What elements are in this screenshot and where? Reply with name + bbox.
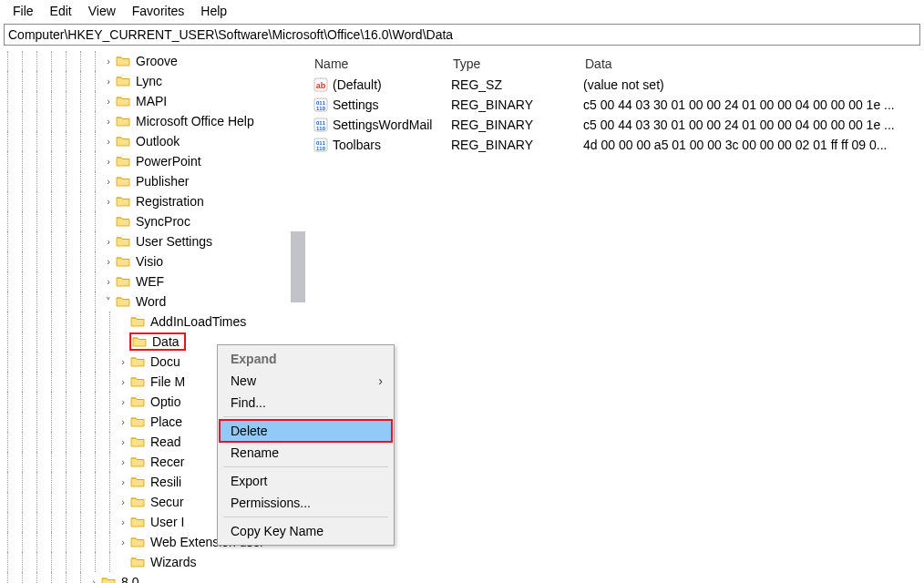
folder-icon xyxy=(129,394,146,409)
tree-item-label: WEF xyxy=(133,274,167,289)
value-type: REG_BINARY xyxy=(451,138,583,152)
col-name[interactable]: Name xyxy=(309,53,447,75)
value-row[interactable]: 011110SettingsREG_BINARYc5 00 44 03 30 0… xyxy=(309,95,924,115)
chevron-right-icon[interactable]: › xyxy=(102,276,115,287)
folder-icon xyxy=(131,334,148,349)
chevron-right-icon[interactable]: › xyxy=(117,396,129,407)
tree-item-label: Place xyxy=(148,414,185,429)
selected-tree-item[interactable]: Data xyxy=(129,332,186,351)
chevron-right-icon[interactable]: › xyxy=(102,156,115,167)
value-name: (Default) xyxy=(333,77,451,92)
folder-icon xyxy=(115,294,131,309)
separator xyxy=(223,416,388,417)
reg-binary-icon: 011110 xyxy=(313,117,329,133)
chevron-right-icon[interactable]: › xyxy=(117,476,129,487)
tree-item-mapi[interactable]: ›MAPI xyxy=(0,91,305,111)
chevron-right-icon[interactable]: › xyxy=(117,517,129,527)
chevron-right-icon[interactable]: › xyxy=(102,136,115,147)
tree-item-word[interactable]: ˅Word xyxy=(0,292,305,312)
tree-item-wef[interactable]: ›WEF xyxy=(0,271,305,292)
col-data[interactable]: Data xyxy=(580,53,924,75)
value-name: Settings xyxy=(333,97,451,112)
address-text: Computer\HKEY_CURRENT_USER\Software\Micr… xyxy=(8,27,453,42)
tree-item-powerpoint[interactable]: ›PowerPoint xyxy=(0,151,305,171)
chevron-right-icon[interactable]: › xyxy=(117,416,129,427)
svg-text:110: 110 xyxy=(316,126,326,131)
tree-item-registration[interactable]: ›Registration xyxy=(0,191,305,211)
reg-binary-icon: 011110 xyxy=(313,137,329,153)
svg-text:110: 110 xyxy=(316,106,326,111)
ctx-find[interactable]: Find... xyxy=(220,392,392,414)
folder-icon xyxy=(129,435,146,449)
tree-item-publisher[interactable]: ›Publisher xyxy=(0,171,305,191)
value-row[interactable]: ab(Default)REG_SZ(value not set) xyxy=(309,75,924,95)
folder-icon xyxy=(115,234,131,249)
chevron-right-icon[interactable]: › xyxy=(117,537,129,547)
chevron-right-icon[interactable]: › xyxy=(117,376,129,387)
chevron-right-icon[interactable]: › xyxy=(102,176,115,187)
chevron-right-icon[interactable]: › xyxy=(102,76,115,87)
chevron-right-icon[interactable]: › xyxy=(102,196,115,207)
ctx-rename[interactable]: Rename xyxy=(220,442,392,464)
ctx-expand: Expand xyxy=(220,348,392,370)
tree-item-user-settings[interactable]: ›User Settings xyxy=(0,231,305,251)
menu-help[interactable]: Help xyxy=(193,2,234,20)
chevron-right-icon[interactable]: › xyxy=(102,116,115,127)
tree-item-lync[interactable]: ›Lync xyxy=(0,71,305,91)
scroll-thumb[interactable] xyxy=(291,231,305,302)
value-row[interactable]: 011110SettingsWordMailREG_BINARYc5 00 44… xyxy=(309,115,924,135)
value-type: REG_BINARY xyxy=(451,118,583,132)
chevron-right-icon[interactable]: › xyxy=(117,496,129,507)
tree-item-wizards[interactable]: Wizards xyxy=(0,552,305,572)
chevron-right-icon[interactable]: › xyxy=(117,456,129,467)
tree-item-label: Microsoft Office Help xyxy=(133,114,257,128)
svg-text:110: 110 xyxy=(316,146,326,151)
tree-item-syncproc[interactable]: SyncProc xyxy=(0,211,305,231)
folder-icon xyxy=(129,495,146,509)
chevron-right-icon[interactable]: › xyxy=(102,236,115,247)
ctx-new[interactable]: New xyxy=(220,370,392,392)
value-name: SettingsWordMail xyxy=(333,118,451,132)
tree-item-addinloadtimes[interactable]: AddInLoadTimes xyxy=(0,312,305,332)
list-pane[interactable]: Name Type Data ab(Default)REG_SZ(value n… xyxy=(309,49,924,583)
folder-icon xyxy=(115,274,131,289)
ctx-copy-key[interactable]: Copy Key Name xyxy=(220,520,392,542)
tree-item-microsoft-office-help[interactable]: ›Microsoft Office Help xyxy=(0,111,305,131)
tree-item-label: Publisher xyxy=(133,174,191,189)
folder-icon xyxy=(115,254,131,269)
tree-item-visio[interactable]: ›Visio xyxy=(0,251,305,271)
menu-view[interactable]: View xyxy=(81,2,123,20)
folder-icon xyxy=(100,575,117,583)
separator xyxy=(223,517,388,517)
chevron-right-icon[interactable]: › xyxy=(87,577,100,583)
menu-file[interactable]: File xyxy=(5,2,41,20)
tree-item-label: Docu xyxy=(148,354,183,369)
tree-item-label: User I xyxy=(148,515,187,529)
tree-item-label: Word xyxy=(133,294,169,309)
folder-icon xyxy=(129,414,146,429)
ctx-delete[interactable]: Delete xyxy=(220,420,392,442)
tree-item-outlook[interactable]: ›Outlook xyxy=(0,131,305,151)
chevron-down-icon[interactable]: ˅ xyxy=(102,296,115,308)
tree-item-groove[interactable]: ›Groove xyxy=(0,51,305,71)
tree-item-label: Groove xyxy=(133,54,180,68)
address-bar[interactable]: Computer\HKEY_CURRENT_USER\Software\Micr… xyxy=(4,24,920,46)
chevron-right-icon[interactable]: › xyxy=(102,56,115,66)
chevron-right-icon[interactable]: › xyxy=(117,436,129,447)
menu-favorites[interactable]: Favorites xyxy=(125,2,192,20)
svg-text:ab: ab xyxy=(316,81,326,90)
value-row[interactable]: 011110ToolbarsREG_BINARY4d 00 00 00 a5 0… xyxy=(309,135,924,155)
chevron-right-icon[interactable]: › xyxy=(117,356,129,367)
tree-item-8-0[interactable]: ›8.0 xyxy=(0,572,305,583)
chevron-right-icon[interactable]: › xyxy=(102,256,115,267)
ctx-permissions[interactable]: Permissions... xyxy=(220,492,392,514)
folder-icon xyxy=(115,194,131,209)
chevron-right-icon[interactable]: › xyxy=(102,96,115,107)
folder-icon xyxy=(129,455,146,469)
menu-edit[interactable]: Edit xyxy=(43,2,79,20)
folder-icon xyxy=(115,134,131,148)
folder-icon xyxy=(129,475,146,489)
tree-item-label: AddInLoadTimes xyxy=(148,314,249,329)
col-type[interactable]: Type xyxy=(447,53,580,75)
ctx-export[interactable]: Export xyxy=(220,470,392,492)
